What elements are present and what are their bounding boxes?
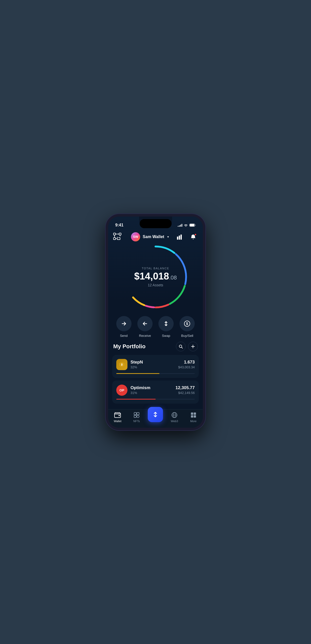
stepn-logo: ₿ xyxy=(116,359,127,370)
svg-text:$: $ xyxy=(186,322,188,326)
balance-circle: TOTAL BALANCE $14,018.08 12 Assets xyxy=(123,244,189,310)
avatar: SW xyxy=(131,232,140,241)
screen: 9:41 xyxy=(108,217,203,428)
tab-web3-label: Web3 xyxy=(171,420,178,423)
receive-action[interactable]: Receive xyxy=(136,316,154,338)
balance-amount: $14,018.08 xyxy=(133,271,178,281)
portfolio-actions xyxy=(176,342,198,351)
portfolio-add-button[interactable] xyxy=(188,342,198,351)
notifications-button[interactable] xyxy=(189,232,198,241)
svg-rect-37 xyxy=(119,415,120,416)
asset-amount: 12,305.77 xyxy=(175,385,195,390)
signal-bar-3 xyxy=(180,225,181,227)
balance-label: TOTAL BALANCE xyxy=(133,267,178,270)
chart-button[interactable] xyxy=(175,232,185,241)
asset-values: 12,305.77 $42,149.56 xyxy=(175,385,195,395)
asset-info-left: ₿ StepN 32% xyxy=(116,359,143,370)
buysell-action[interactable]: $ Buy/Sell xyxy=(178,316,196,338)
svg-point-16 xyxy=(193,239,193,239)
portfolio-section: My Portfolio xyxy=(108,342,203,409)
svg-rect-13 xyxy=(177,237,178,240)
receive-button[interactable] xyxy=(137,316,153,331)
asset-bar-fill xyxy=(116,373,159,374)
asset-row: ₿ StepN 32% 1.673 $43,003.34 xyxy=(116,359,195,370)
svg-rect-38 xyxy=(134,412,136,415)
tab-bar: Wallet NFTs xyxy=(108,409,203,428)
tab-nfts-label: NFTs xyxy=(133,420,140,423)
asset-details: Optimism 31% xyxy=(130,385,150,395)
top-nav: SW Sam Wallet ▾ xyxy=(108,230,203,241)
send-action[interactable]: Send xyxy=(115,316,133,338)
svg-rect-4 xyxy=(113,238,116,240)
swap-action[interactable]: Swap xyxy=(157,316,175,338)
buysell-button[interactable]: $ xyxy=(179,316,195,331)
tab-more-label: More xyxy=(190,420,197,423)
signal-bar-1 xyxy=(178,226,178,227)
svg-rect-46 xyxy=(191,412,193,415)
tab-web3[interactable]: Web3 xyxy=(167,411,182,423)
svg-rect-47 xyxy=(194,412,196,415)
balance-display: TOTAL BALANCE $14,018.08 12 Assets xyxy=(133,267,178,287)
send-label: Send xyxy=(120,334,127,338)
tab-center-button[interactable] xyxy=(148,407,163,422)
svg-rect-14 xyxy=(179,236,180,240)
signal-bar-4 xyxy=(182,224,182,227)
balance-whole: $14,018 xyxy=(134,271,169,282)
action-buttons: Send Receive xyxy=(108,310,203,342)
asset-bar xyxy=(116,373,195,374)
asset-card-optimism[interactable]: OP Optimism 31% 12,305.77 $42,149.56 xyxy=(112,381,199,404)
svg-rect-1 xyxy=(190,224,194,226)
tab-nfts[interactable]: NFTs xyxy=(129,411,144,423)
tab-wallet[interactable]: Wallet xyxy=(110,411,125,423)
battery-icon xyxy=(189,224,196,227)
balance-cents: .08 xyxy=(169,274,177,281)
status-icons xyxy=(178,224,196,227)
asset-values: 1.673 $43,003.34 xyxy=(178,360,195,369)
wallet-icon xyxy=(114,411,121,419)
scan-button[interactable] xyxy=(113,233,124,241)
swap-label: Swap xyxy=(162,334,170,338)
svg-rect-39 xyxy=(137,412,139,415)
svg-text:OP: OP xyxy=(120,388,124,392)
tab-wallet-label: Wallet xyxy=(114,420,121,423)
svg-rect-15 xyxy=(181,235,182,240)
asset-pct: 31% xyxy=(130,391,150,395)
asset-name: Optimism xyxy=(130,385,150,390)
swap-button[interactable] xyxy=(158,316,174,331)
signal-bar-2 xyxy=(179,225,180,227)
web3-icon xyxy=(171,411,178,419)
dynamic-island xyxy=(140,219,172,228)
balance-assets: 12 Assets xyxy=(133,283,178,287)
buysell-label: Buy/Sell xyxy=(181,334,193,338)
wifi-icon xyxy=(184,224,188,227)
asset-info-left: OP Optimism 31% xyxy=(116,385,150,396)
tab-more[interactable]: More xyxy=(186,411,201,423)
asset-card-stepn[interactable]: ₿ StepN 32% 1.673 $43,003.34 xyxy=(112,355,199,378)
send-button[interactable] xyxy=(116,316,132,331)
portfolio-title: My Portfolio xyxy=(113,343,145,350)
nav-right-buttons xyxy=(175,232,198,241)
op-logo: OP xyxy=(116,385,127,396)
svg-text:₿: ₿ xyxy=(121,363,123,366)
phone-frame: 9:41 xyxy=(106,214,205,430)
asset-value: $43,003.34 xyxy=(178,365,195,369)
svg-rect-49 xyxy=(194,415,196,418)
user-name: Sam Wallet xyxy=(143,235,164,239)
asset-row: OP Optimism 31% 12,305.77 $42,149.56 xyxy=(116,385,195,396)
asset-details: StepN 32% xyxy=(130,360,143,369)
svg-rect-40 xyxy=(134,415,136,418)
portfolio-header: My Portfolio xyxy=(112,342,199,351)
user-selector[interactable]: SW Sam Wallet ▾ xyxy=(131,232,169,241)
asset-amount: 1.673 xyxy=(178,360,195,365)
nfts-icon xyxy=(133,411,140,419)
signal-icon xyxy=(178,224,182,227)
balance-section: TOTAL BALANCE $14,018.08 12 Assets xyxy=(108,241,203,310)
more-icon xyxy=(190,411,197,419)
svg-rect-2 xyxy=(113,233,116,235)
receive-label: Receive xyxy=(139,334,151,338)
asset-pct: 32% xyxy=(130,365,143,369)
svg-line-29 xyxy=(182,347,183,348)
portfolio-search-button[interactable] xyxy=(176,342,186,351)
status-time: 9:41 xyxy=(115,223,123,227)
asset-name: StepN xyxy=(130,360,143,365)
